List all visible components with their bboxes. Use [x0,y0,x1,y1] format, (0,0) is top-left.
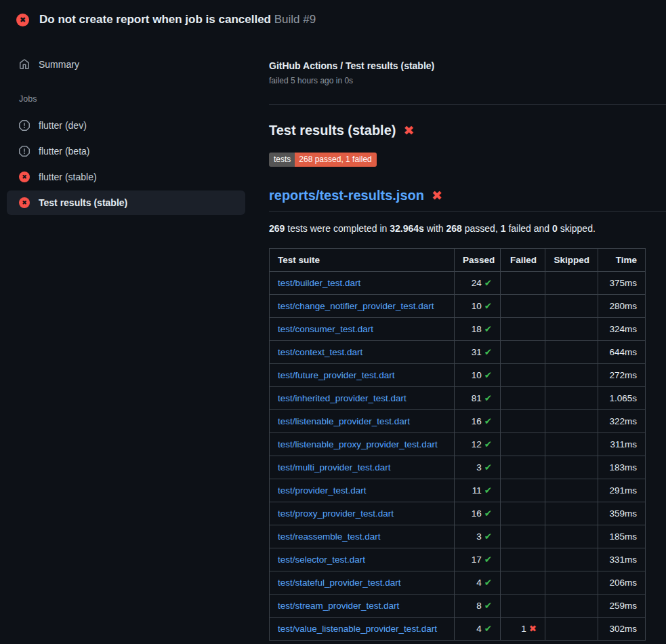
test-suite-link[interactable]: test/future_provider_test.dart [278,370,395,380]
time-cell: 272ms [598,364,646,387]
failed-cell [501,295,545,318]
table-row: test/inherited_provider_test.dart81✔1.06… [270,387,646,410]
passed-cell: 18✔ [455,318,501,341]
time-cell: 324ms [598,318,646,341]
failed-cell [501,318,545,341]
passed-cell: 31✔ [455,341,501,364]
check-icon: ✔ [484,624,492,634]
failed-x-icon: ✖ [403,124,414,137]
table-row: test/builder_test.dart24✔375ms [270,272,646,295]
test-suite-link[interactable]: test/consumer_test.dart [278,324,373,334]
page-title: Do not create report when job is cancell… [39,13,316,26]
badge-label: tests [269,153,295,167]
sidebar-item-job[interactable]: ✖flutter (stable) [7,165,245,189]
sidebar-item-summary[interactable]: Summary [7,52,245,77]
test-suite-link[interactable]: test/reassemble_test.dart [278,531,381,542]
check-icon: ✔ [484,462,492,472]
suite-cell: test/context_test.dart [270,341,455,364]
check-icon: ✔ [484,485,492,496]
skipped-cell [545,364,598,387]
time-cell: 183ms [598,456,646,479]
skipped-cell [545,525,598,548]
check-icon: ✔ [484,324,492,334]
table-row: test/proxy_provider_test.dart16✔359ms [270,502,646,525]
report-file-link[interactable]: reports/test-results.json [269,188,424,203]
check-icon: ✔ [484,347,492,357]
report-title: reports/test-results.json ✖ [269,188,666,212]
test-suite-link[interactable]: test/listenable_provider_test.dart [278,416,410,426]
cancelled-status-icon [19,146,30,157]
job-label: flutter (dev) [39,120,87,131]
failed-cell [501,456,545,479]
test-suite-link[interactable]: test/proxy_provider_test.dart [278,508,394,519]
section-title-text: Test results (stable) [269,123,396,138]
test-suite-link[interactable]: test/provider_test.dart [278,485,367,496]
test-suite-link[interactable]: test/context_test.dart [278,347,362,357]
suite-cell: test/consumer_test.dart [270,318,455,341]
passed-cell: 81✔ [455,387,501,410]
check-run-title: Do not create report when job is cancell… [39,13,271,26]
failed-cell [501,410,545,433]
test-suite-link[interactable]: test/inherited_provider_test.dart [278,393,407,403]
failed-cell [501,595,545,618]
passed-cell: 24✔ [455,272,501,295]
check-icon: ✔ [484,439,492,449]
skipped-cell [545,456,598,479]
table-row: test/multi_provider_test.dart3✔183ms [270,456,646,479]
time-cell: 185ms [598,525,646,548]
table-row: test/stream_provider_test.dart8✔259ms [270,595,646,618]
failed-cell [501,364,545,387]
test-suite-link[interactable]: test/multi_provider_test.dart [278,462,391,472]
passed-cell: 10✔ [455,295,501,318]
skipped-cell [545,295,598,318]
time-cell: 311ms [598,433,646,456]
sidebar-summary-label: Summary [39,59,79,70]
test-suite-link[interactable]: test/change_notifier_provider_test.dart [278,301,434,311]
suite-cell: test/stream_provider_test.dart [270,595,455,618]
sidebar-item-job[interactable]: flutter (dev) [7,113,245,138]
sidebar-item-job[interactable]: flutter (beta) [7,139,245,163]
failed-cell [501,433,545,456]
tests-badge: tests 268 passed, 1 failed [269,153,377,167]
passed-cell: 3✔ [455,456,501,479]
passed-cell: 8✔ [455,595,501,618]
check-icon: ✔ [484,278,492,288]
test-suite-link[interactable]: test/stateful_provider_test.dart [278,578,401,588]
passed-cell: 17✔ [455,548,501,571]
badge-value: 268 passed, 1 failed [295,153,376,167]
column-header: Passed [455,249,501,272]
table-row: test/consumer_test.dart18✔324ms [270,318,646,341]
failed-cell [501,525,545,548]
table-header-row: Test suitePassedFailedSkippedTime [270,249,646,272]
time-cell: 302ms [598,618,646,641]
sidebar-item-job[interactable]: ✖Test results (stable) [7,190,245,215]
skipped-cell [545,571,598,595]
suite-cell: test/reassemble_test.dart [270,525,455,548]
jobs-list: flutter (dev)flutter (beta)✖flutter (sta… [0,113,261,215]
jobs-section-label: Jobs [0,94,261,104]
skipped-cell [545,341,598,364]
table-row: test/reassemble_test.dart3✔185ms [270,525,646,548]
failed-cell [501,387,545,410]
cancelled-status-icon [19,120,30,131]
check-icon: ✔ [484,531,492,542]
failed-status-icon: ✖ [19,197,30,208]
suite-cell: test/inherited_provider_test.dart [270,387,455,410]
table-row: test/stateful_provider_test.dart4✔206ms [270,571,646,595]
test-suite-link[interactable]: test/stream_provider_test.dart [278,601,399,611]
test-suite-link[interactable]: test/builder_test.dart [278,278,360,288]
column-header: Test suite [270,249,455,272]
test-suite-link[interactable]: test/value_listenable_provider_test.dart [278,624,437,634]
passed-cell: 12✔ [455,433,501,456]
test-suite-link[interactable]: test/selector_test.dart [278,555,365,565]
passed-cell: 4✔ [455,571,501,595]
test-suite-link[interactable]: test/listenable_proxy_provider_test.dart [278,439,438,449]
job-label: Test results (stable) [39,197,127,208]
time-cell: 291ms [598,479,646,502]
failed-cell [501,479,545,502]
passed-cell: 10✔ [455,364,501,387]
check-icon: ✔ [484,508,492,519]
time-cell: 322ms [598,410,646,433]
skipped-cell [545,433,598,456]
check-icon: ✔ [484,416,492,426]
